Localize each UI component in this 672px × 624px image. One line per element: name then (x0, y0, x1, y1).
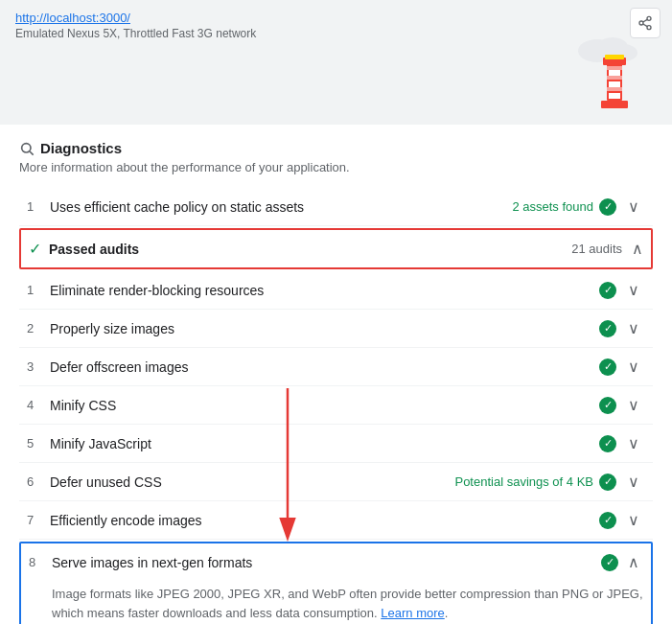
svg-rect-16 (607, 76, 622, 80)
audit-chevron-icon: ∨ (626, 319, 641, 337)
audit-row[interactable]: 7 Efficiently encode images ✓ ∨ (19, 501, 653, 540)
passed-check-icon: ✓ (29, 240, 41, 258)
audit-chevron-icon: ∨ (626, 473, 641, 491)
audit-item-meta: ✓ ∨ (599, 511, 641, 529)
svg-rect-15 (607, 66, 622, 70)
svg-line-19 (30, 151, 34, 155)
cache-audit-number: 1 (27, 199, 50, 214)
header-subtitle: Emulated Nexus 5X, Throttled Fast 3G net… (15, 27, 657, 40)
cache-audit-meta: 2 assets found ✓ ∨ (512, 197, 641, 216)
diagnostics-section-header: Diagnostics (19, 140, 653, 156)
cache-audit-label: Uses efficient cache policy on static as… (50, 199, 512, 215)
audit-item-meta: ✓ ∨ (599, 434, 641, 452)
audit-chevron-icon: ∨ (626, 396, 641, 414)
expanded-audit-number: 8 (29, 555, 52, 569)
arrow-annotation-container: 8 Serve images in next-gen formats ✓ ∧ I… (19, 542, 653, 624)
audit-item-number: 3 (27, 359, 50, 374)
audit-check-icon: ✓ (599, 435, 616, 452)
passed-audits-chevron-icon: ∧ (632, 240, 643, 258)
svg-rect-17 (607, 87, 622, 91)
expanded-audit-label: Serve images in next-gen formats (52, 555, 601, 570)
audit-chevron-icon: ∨ (626, 358, 641, 376)
audit-item-meta: ✓ ∨ (599, 358, 641, 376)
main-content: Diagnostics More information about the p… (0, 125, 672, 624)
svg-rect-9 (609, 70, 620, 76)
audit-check-icon: ✓ (599, 358, 616, 376)
audit-row[interactable]: 1 Eliminate render-blocking resources ✓ … (19, 271, 653, 310)
header-bar: http://localhost:3000/ Emulated Nexus 5X… (0, 0, 672, 125)
audit-chevron-icon: ∨ (626, 434, 641, 452)
audit-item-label: Minify CSS (50, 398, 599, 413)
svg-point-2 (647, 26, 651, 30)
expanded-audit-check-icon: ✓ (601, 554, 618, 571)
audit-savings-text: Potential savings of 4 KB (454, 474, 593, 489)
svg-point-1 (639, 21, 643, 25)
audit-item-label: Efficiently encode images (50, 513, 599, 528)
audit-chevron-icon: ∨ (626, 281, 641, 299)
audit-row[interactable]: 5 Minify JavaScript ✓ ∨ (19, 425, 653, 463)
svg-rect-13 (605, 55, 624, 59)
audit-row[interactable]: 4 Minify CSS ✓ ∨ (19, 386, 653, 425)
audit-chevron-icon: ∨ (626, 511, 641, 529)
expanded-audit-chevron-icon: ∧ (628, 553, 639, 571)
lighthouse-logo (576, 34, 653, 125)
diagnostics-icon (19, 141, 35, 156)
audit-item-number: 4 (27, 398, 50, 412)
audit-item-meta: ✓ ∨ (599, 281, 641, 299)
audit-item-label: Defer unused CSS (50, 474, 454, 490)
audit-check-icon: ✓ (599, 282, 616, 299)
url-link[interactable]: http://localhost:3000/ (15, 11, 130, 25)
svg-line-3 (643, 24, 648, 27)
audit-list: 1 Eliminate render-blocking resources ✓ … (19, 271, 653, 540)
diagnostics-subtitle: More information about the performance o… (19, 160, 653, 174)
audit-item-meta: ✓ ∨ (599, 396, 641, 414)
expanded-audit-row-header: 8 Serve images in next-gen formats ✓ ∧ (21, 543, 651, 581)
passed-audits-label: Passed audits (49, 242, 571, 257)
cache-audit-meta-text: 2 assets found (512, 199, 593, 214)
audit-check-icon: ✓ (599, 474, 616, 491)
passed-audits-row[interactable]: ✓ Passed audits 21 audits ∧ (19, 228, 653, 269)
audit-item-label: Eliminate render-blocking resources (50, 283, 599, 298)
audit-row[interactable]: 6 Defer unused CSS Potential savings of … (19, 463, 653, 501)
audit-row[interactable]: 2 Properly size images ✓ ∨ (19, 310, 653, 348)
svg-rect-11 (609, 93, 620, 99)
expanded-audit-description: Image formats like JPEG 2000, JPEG XR, a… (21, 581, 651, 624)
audit-check-icon: ✓ (599, 320, 616, 337)
audit-item-number: 7 (27, 513, 50, 527)
audit-item-meta: ✓ ∨ (599, 319, 641, 337)
audit-item-meta: Potential savings of 4 KB ✓ ∨ (454, 473, 641, 491)
audit-item-label: Defer offscreen images (50, 359, 599, 375)
cache-audit-check-icon: ✓ (599, 198, 616, 216)
svg-point-0 (647, 16, 651, 20)
audit-item-number: 5 (27, 436, 50, 451)
share-icon (637, 15, 653, 31)
passed-audits-count: 21 audits (571, 242, 622, 256)
cache-audit-row[interactable]: 1 Uses efficient cache policy on static … (19, 188, 653, 226)
expanded-audit-row[interactable]: 8 Serve images in next-gen formats ✓ ∧ I… (19, 542, 653, 624)
audit-row[interactable]: 3 Defer offscreen images ✓ ∨ (19, 348, 653, 386)
audit-item-number: 2 (27, 321, 50, 335)
svg-point-18 (22, 143, 31, 151)
svg-line-4 (643, 19, 648, 22)
audit-check-icon: ✓ (599, 512, 616, 529)
audit-check-icon: ✓ (599, 397, 616, 414)
svg-rect-10 (609, 81, 620, 87)
learn-more-link[interactable]: Learn more (381, 606, 444, 620)
audit-item-number: 1 (27, 283, 50, 297)
audit-item-label: Properly size images (50, 321, 599, 336)
audit-item-number: 6 (27, 474, 50, 489)
diagnostics-title: Diagnostics (40, 140, 122, 156)
expanded-audit-meta: ✓ ∧ (601, 553, 639, 571)
audit-item-label: Minify JavaScript (50, 436, 599, 451)
cache-audit-chevron-icon: ∨ (626, 197, 641, 216)
svg-rect-14 (601, 101, 628, 108)
